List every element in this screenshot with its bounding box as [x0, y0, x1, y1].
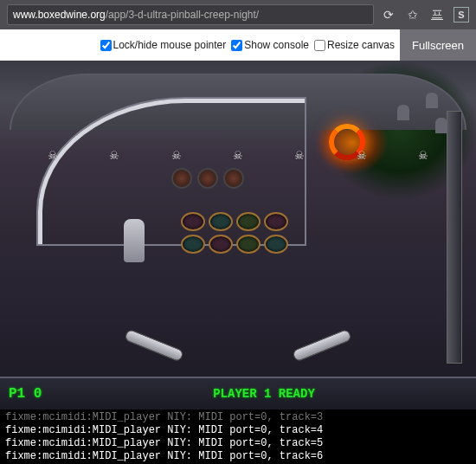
reader-icon[interactable]: 프 [429, 7, 445, 23]
target [181, 212, 205, 231]
target [264, 212, 288, 231]
game-status-bar: P1 0 PLAYER 1 READY [0, 377, 476, 409]
bumper-group [171, 168, 244, 189]
console-output[interactable]: fixme:mcimidi:MIDI_player NIY: MIDI port… [0, 409, 476, 464]
lock-pointer-label: Lock/hide mouse pointer [113, 39, 227, 51]
console-line: fixme:mcimidi:MIDI_player NIY: MIDI port… [5, 437, 471, 450]
skull-icon: ☠ [418, 149, 428, 162]
target [236, 235, 261, 254]
lock-pointer-input[interactable] [100, 40, 112, 51]
target-bank [181, 212, 288, 254]
emulator-controls: Lock/hide mouse pointer Show console Res… [0, 29, 476, 61]
skull-icon: ☠ [233, 149, 243, 162]
url-host: www.boxedwine.org [13, 9, 106, 21]
extension-icon[interactable]: S [453, 7, 469, 23]
url-field[interactable]: www.boxedwine.org/app/3-d-ultra-pinball-… [7, 4, 374, 25]
browser-actions: ⟳ ✩ 프 S [381, 7, 469, 23]
game-canvas[interactable]: ☠☠☠☠☠☠☠ P1 0 PLAYER 1 READY [0, 61, 476, 409]
right-flipper [292, 328, 352, 362]
favorite-icon[interactable]: ✩ [405, 7, 421, 23]
target [209, 235, 233, 254]
skull-row: ☠☠☠☠☠☠☠ [48, 149, 428, 162]
fullscreen-button[interactable]: Fullscreen [400, 29, 476, 61]
resize-canvas-input[interactable] [314, 40, 325, 51]
bumper [223, 168, 244, 189]
skull-icon: ☠ [171, 149, 182, 162]
gargoyle-statue [124, 219, 145, 262]
bumper [171, 168, 192, 189]
console-line: fixme:mcimidi:MIDI_player NIY: MIDI port… [5, 411, 471, 424]
url-path: /app/3-d-ultra-pinball-creep-night/ [106, 9, 259, 21]
plunger-chute [447, 111, 462, 364]
tombstone-icon [397, 105, 409, 120]
skull-icon: ☠ [48, 149, 58, 162]
browser-address-bar: www.boxedwine.org/app/3-d-ultra-pinball-… [0, 0, 476, 29]
show-console-input[interactable] [231, 40, 242, 51]
target [264, 235, 288, 254]
skull-icon: ☠ [357, 149, 367, 162]
show-console-label: Show console [244, 39, 309, 51]
target [181, 235, 205, 254]
lock-pointer-checkbox[interactable]: Lock/hide mouse pointer [100, 39, 227, 51]
target [209, 212, 233, 231]
show-console-checkbox[interactable]: Show console [231, 39, 309, 51]
target [236, 212, 261, 231]
bumper [197, 168, 218, 189]
refresh-icon[interactable]: ⟳ [381, 7, 396, 23]
console-line: fixme:mcimidi:MIDI_player NIY: MIDI port… [5, 424, 471, 437]
skull-icon: ☠ [109, 149, 119, 162]
resize-canvas-label: Resize canvas [327, 39, 395, 51]
game-message: PLAYER 1 READY [52, 387, 476, 401]
tombstone-icon [426, 93, 438, 108]
left-flipper [124, 328, 184, 362]
tombstone-icon [435, 118, 447, 133]
resize-canvas-checkbox[interactable]: Resize canvas [314, 39, 395, 51]
pinball-playfield: ☠☠☠☠☠☠☠ [0, 61, 476, 377]
console-line: fixme:mcimidi:MIDI_player NIY: MIDI port… [5, 450, 471, 463]
skull-icon: ☠ [294, 149, 305, 162]
